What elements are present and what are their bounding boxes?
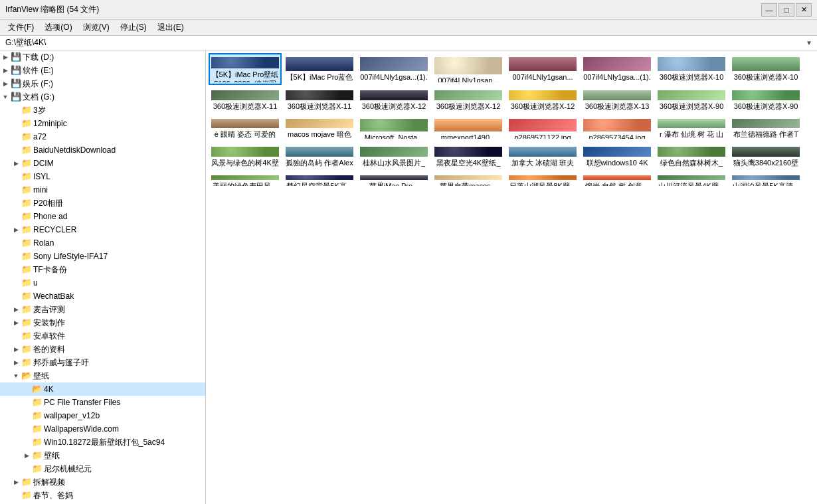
thumbnail-item-4[interactable]: 007if4LNly1gsan... xyxy=(432,53,505,85)
tree-expand-dcim[interactable]: ▶ xyxy=(11,158,21,169)
thumbnail-image-13 xyxy=(509,90,577,100)
thumbnail-item-16[interactable]: 360极速浏览器X-90908.png xyxy=(729,86,802,114)
tree-expand-u xyxy=(11,278,21,288)
thumbnail-item-34[interactable]: 梦幻星空背景5K高... xyxy=(283,171,356,189)
thumbnail-item-33[interactable]: 美丽的绿色麦田风... xyxy=(209,171,282,189)
tree-item-rolan[interactable]: 📁Rolan xyxy=(0,236,205,250)
thumbnail-item-7[interactable]: 360极速浏览器X-10759.png xyxy=(655,53,728,85)
tree-item-mini[interactable]: 📁mini xyxy=(0,183,205,197)
tree-expand-review[interactable]: ▶ xyxy=(11,304,21,315)
thumbnail-panel[interactable]: 【5K】iMac Pro壁纸5120x2880_彼岸图网.jpg【5K】iMac… xyxy=(206,50,817,504)
thumbnail-item-22[interactable]: p2869573454.jpg xyxy=(581,115,654,142)
thumbnail-item-8[interactable]: 360极速浏览器X-10987.png xyxy=(729,53,802,85)
tree-expand-spring xyxy=(11,490,21,501)
tree-item-brothers[interactable]: ▶📁邦乔威与篷子吁 xyxy=(0,356,205,369)
tree-item-wechat[interactable]: 📁WechatBak xyxy=(0,290,205,303)
thumbnail-item-17[interactable]: è 眼睛 姿态 可爱的猫5K壁纸_彼岸图... xyxy=(209,115,282,142)
thumbnail-item-12[interactable]: 360极速浏览器X-12507.png xyxy=(432,86,505,114)
thumbnail-item-24[interactable]: 布兰德福德路 作者TheWanderingS... xyxy=(729,115,802,142)
thumbnail-item-14[interactable]: 360极速浏览器X-13034.png xyxy=(581,86,654,114)
tree-item-wallpaperv12b[interactable]: 📁wallpaper_v12b xyxy=(0,409,205,422)
tree-item-pctransfer[interactable]: 📁PC File Transfer Files xyxy=(0,396,205,409)
tree-item-review[interactable]: ▶📁麦吉评测 xyxy=(0,303,205,316)
tree-item-install[interactable]: ▶📁安装制作 xyxy=(0,316,205,329)
tree-expand-brothers[interactable]: ▶ xyxy=(11,357,21,368)
thumbnail-item-13[interactable]: 360极速浏览器X-12513.png xyxy=(506,86,579,114)
tree-item-tf[interactable]: 📁TF卡备份 xyxy=(0,263,205,276)
thumbnail-item-10[interactable]: 360极速浏览器X-11761.png xyxy=(283,86,356,114)
tree-expand-unpacked[interactable]: ▶ xyxy=(11,477,21,487)
tree-item-download[interactable]: ▶💾下载 (D:) xyxy=(0,50,205,64)
thumbnail-item-21[interactable]: p2869571122.jpg xyxy=(506,115,579,142)
thumbnail-item-20[interactable]: mmexport1490... xyxy=(432,115,505,142)
tree-item-wall2[interactable]: ▶📁壁纸 xyxy=(0,449,205,462)
thumbnail-item-27[interactable]: 桂林山水风景图片_桂林山水全景图... xyxy=(357,143,430,170)
maximize-button[interactable]: □ xyxy=(778,3,794,17)
thumbnail-item-2[interactable]: 【5K】iMac Pro蓝色艺术壁纸5120x... xyxy=(283,53,356,85)
tree-item-software[interactable]: ▶💾软件 (E:) xyxy=(0,64,205,77)
tree-item-dcim[interactable]: ▶📁DCIM xyxy=(0,157,205,170)
thumbnail-item-15[interactable]: 360极速浏览器X-90894.png xyxy=(655,86,728,114)
tree-expand-entertainment[interactable]: ▶ xyxy=(0,78,11,89)
close-button[interactable]: ✕ xyxy=(796,3,812,17)
tree-item-4k[interactable]: 📂4K xyxy=(0,382,205,396)
thumbnail-item-36[interactable]: 苹果自带macos... xyxy=(432,171,505,189)
tree-item-p20[interactable]: 📁P20相册 xyxy=(0,197,205,210)
thumbnail-item-6[interactable]: 007if4LNly1gsa...(1).jpg xyxy=(581,53,654,85)
tree-expand-documents[interactable]: ▼ xyxy=(0,92,11,102)
tree-expand-wall2[interactable]: ▶ xyxy=(21,450,32,461)
thumbnail-item-5[interactable]: 007if4LNly1gsan...(1).jpg xyxy=(506,53,579,85)
thumbnail-item-1[interactable]: 【5K】iMac Pro壁纸5120x2880_彼岸图网.jpg xyxy=(209,53,282,85)
thumbnail-item-9[interactable]: 360极速浏览器X-11647.png xyxy=(209,86,282,114)
thumbnail-item-23[interactable]: r 瀑布 仙境 树 花 山谷 3440x1440... xyxy=(655,115,728,142)
tree-item-12minipic[interactable]: 📁12minipic xyxy=(0,117,205,130)
address-dropdown[interactable]: ▼ xyxy=(804,38,814,48)
tree-expand-recycler[interactable]: ▶ xyxy=(11,224,21,235)
minimize-button[interactable]: — xyxy=(761,3,777,17)
tree-item-a72[interactable]: 📁a72 xyxy=(0,130,205,143)
tree-item-dad[interactable]: ▶📁爸的资料 xyxy=(0,343,205,356)
thumbnail-item-39[interactable]: 山川河流风景4K壁... xyxy=(655,171,728,189)
tree-item-phonead[interactable]: 📁Phone ad xyxy=(0,210,205,223)
menu-options[interactable]: 选项(O) xyxy=(39,21,77,35)
thumbnail-item-11[interactable]: 360极速浏览器X-12221.png xyxy=(357,86,430,114)
tree-item-u[interactable]: 📁u xyxy=(0,276,205,290)
tree-item-spring[interactable]: 📁春节、爸妈 xyxy=(0,489,205,502)
menu-file[interactable]: 文件(F) xyxy=(3,21,39,35)
tree-item-niermc[interactable]: 📁尼尔机械纪元 xyxy=(0,462,205,475)
tree-item-sony[interactable]: 📁Sony LifeStyle-IFA17 xyxy=(0,250,205,263)
thumbnail-item-40[interactable]: 山湖泊风景5K高清... xyxy=(729,171,802,189)
tree-item-isyl[interactable]: 📁ISYL xyxy=(0,170,205,183)
tree-item-recycler[interactable]: ▶📁RECYCLER xyxy=(0,223,205,236)
tree-expand-wallpaper[interactable]: ▼ xyxy=(11,371,21,381)
tree-expand-software[interactable]: ▶ xyxy=(0,65,11,76)
tree-item-wallpaperswide[interactable]: 📁WallpapersWide.com xyxy=(0,422,205,436)
tree-item-baidu[interactable]: 📁BaiduNetdiskDownload xyxy=(0,143,205,157)
tree-expand-dad[interactable]: ▶ xyxy=(11,344,21,355)
thumbnail-item-18[interactable]: macos mojave 暗色壁纸 沙漠5K壁... xyxy=(283,115,356,142)
tree-item-documents[interactable]: ▼💾文档 (G:) xyxy=(0,90,205,104)
thumbnail-item-25[interactable]: 风景与绿色的树4K壁纸3840x2160_... xyxy=(209,143,282,170)
thumbnail-item-35[interactable]: 苹果iMac Pro... xyxy=(357,171,430,189)
thumbnail-item-31[interactable]: 绿色自然森林树木_道路_春天自然风... xyxy=(655,143,728,170)
thumbnail-item-19[interactable]: Microsoft_Nosta... xyxy=(357,115,430,142)
tree-expand-download[interactable]: ▶ xyxy=(0,52,11,62)
tree-item-unpacked[interactable]: ▶📁拆解视频 xyxy=(0,475,205,489)
menu-browse[interactable]: 浏览(V) xyxy=(78,21,115,35)
tree-item-wallpaper[interactable]: ▼📂壁纸 xyxy=(0,369,205,382)
thumbnail-item-32[interactable]: 猫头鹰3840x2160壁纸_彼岸图网.jpg xyxy=(729,143,802,170)
thumbnail-item-37[interactable]: 日落山湖风景8K壁... xyxy=(506,171,579,189)
thumbnail-item-38[interactable]: 熔岩 自然 树 创意... xyxy=(581,171,654,189)
menu-stop[interactable]: 停止(S) xyxy=(115,21,152,35)
tree-item-android[interactable]: 📁安卓软件 xyxy=(0,329,205,343)
menu-exit[interactable]: 退出(E) xyxy=(152,21,189,35)
thumbnail-item-30[interactable]: 联想windows10 4K高清壁纸3840x21... xyxy=(581,143,654,170)
tree-item-entertainment[interactable]: ▶💾娱乐 (F:) xyxy=(0,77,205,90)
tree-item-win10[interactable]: 📁Win10.18272最新壁纸打包_5ac94 xyxy=(0,436,205,449)
thumbnail-item-3[interactable]: 007if4LNly1gsa...(1).jpg xyxy=(357,53,430,85)
thumbnail-item-29[interactable]: 加拿大 冰碛湖 班夫国家公园 湖泊 森... xyxy=(506,143,579,170)
thumbnail-item-26[interactable]: 孤独的岛屿 作者Alex Milkis 344... xyxy=(283,143,356,170)
thumbnail-item-28[interactable]: 黑夜星空光4K壁纸_彼岸图网.jpg xyxy=(432,143,505,170)
tree-item-age3[interactable]: 📁3岁 xyxy=(0,104,205,117)
tree-expand-install[interactable]: ▶ xyxy=(11,317,21,328)
